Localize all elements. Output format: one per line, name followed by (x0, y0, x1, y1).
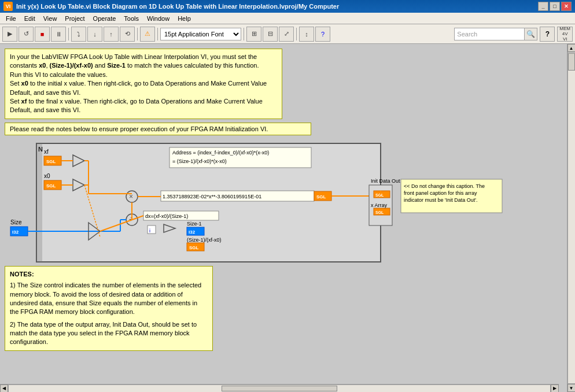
scroll-left-button[interactable]: ◀ (0, 384, 8, 393)
separator-2 (137, 28, 138, 40)
distribute-button[interactable]: ⊟ (263, 27, 278, 42)
maximize-button[interactable]: □ (550, 2, 560, 11)
menu-operate[interactable]: Operate (90, 14, 120, 23)
menu-tools[interactable]: Tools (120, 14, 142, 23)
top-note-box: In your the LabVIEW FPGA Look Up Table w… (5, 49, 282, 119)
run-cont-button[interactable]: ↺ (19, 27, 34, 42)
svg-text:I32: I32 (12, 230, 19, 235)
svg-text:SGL: SGL (189, 245, 199, 250)
resize-button[interactable]: ⤢ (279, 27, 294, 42)
h-scroll-track[interactable] (8, 384, 551, 393)
window-icon: VI (3, 2, 13, 11)
pause-button[interactable]: ⏸ (51, 27, 66, 42)
svg-text:SGL: SGL (46, 183, 56, 188)
canvas-area[interactable]: In your the LabVIEW FPGA Look Up Table w… (0, 44, 567, 392)
svg-text:SGL: SGL (375, 193, 384, 197)
step-over-button[interactable]: ⤵ (71, 27, 86, 42)
window-controls: _ □ ✕ (538, 2, 572, 11)
note-1-text: 1) The Size control indicates the number… (10, 281, 208, 317)
search-input[interactable] (455, 28, 524, 40)
svg-text:SGL: SGL (46, 159, 56, 164)
main-area: In your the LabVIEW FPGA Look Up Table w… (0, 44, 575, 392)
menu-project[interactable]: Project (61, 14, 88, 23)
block-diagram-area: N SGL xf SGL (5, 139, 508, 266)
svg-text:dx=(xf-x0)/(Size-1): dx=(xf-x0)/(Size-1) (145, 213, 188, 219)
warn-button[interactable]: ⚠ (140, 27, 155, 42)
scroll-up-button[interactable]: ▲ (567, 44, 576, 52)
top-note-text: In your the LabVIEW FPGA Look Up Table w… (10, 53, 267, 113)
svg-text:x Array: x Array (371, 202, 388, 208)
horizontal-scrollbar[interactable]: ◀ ▶ (0, 384, 559, 392)
help-button[interactable]: ? (540, 27, 555, 42)
svg-text:SGL: SGL (316, 194, 326, 199)
warning-note-text: Please read the notes below to ensure pr… (10, 125, 268, 132)
svg-text:x0: x0 (44, 173, 50, 179)
separator-3 (157, 28, 158, 40)
separator-4 (244, 28, 244, 40)
font-selector[interactable]: 15pt Application Font (160, 28, 241, 40)
svg-text:Init Data Out: Init Data Out (371, 178, 400, 184)
step-ret-button[interactable]: ⟲ (120, 27, 135, 42)
svg-text:front panel caption for this a: front panel caption for this array (404, 190, 477, 196)
title-bar: VI Init y(x) Look Up Table.vi Block Diag… (0, 0, 575, 13)
notes-title: NOTES: (10, 271, 34, 278)
svg-text:i: i (149, 228, 150, 234)
svg-text:(Size-1)/(xf-x0): (Size-1)/(xf-x0) (187, 237, 222, 243)
abort-button[interactable]: ■ (35, 27, 50, 42)
toolbar: ▶ ↺ ■ ⏸ ⤵ ↓ ↑ ⟲ ⚠ 15pt Application Font … (0, 24, 575, 44)
svg-text:I32: I32 (189, 230, 196, 235)
svg-text:<< Do not change this caption.: << Do not change this caption. The (404, 183, 485, 189)
search-button[interactable]: 🔍 (524, 28, 537, 40)
menu-view[interactable]: View (40, 14, 61, 23)
svg-text:xf: xf (44, 149, 49, 155)
canvas-content: In your the LabVIEW FPGA Look Up Table w… (0, 44, 567, 359)
bottom-notes-box: NOTES: 1) The Size control indicates the… (5, 266, 213, 351)
context-help-button[interactable]: ? (315, 27, 330, 42)
diagram-svg: N SGL xf SGL (5, 139, 508, 266)
separator-5 (296, 28, 297, 40)
run-button[interactable]: ▶ (2, 27, 17, 42)
svg-rect-2 (36, 143, 42, 262)
menu-file[interactable]: File (2, 14, 20, 23)
search-container: 🔍 (454, 28, 537, 40)
svg-text:Size-1: Size-1 (187, 221, 202, 227)
svg-text:Size: Size (10, 219, 22, 225)
separator-1 (68, 28, 69, 40)
h-scroll-thumb[interactable] (222, 386, 337, 391)
menu-window[interactable]: Window (143, 14, 173, 23)
step-into-button[interactable]: ↓ (87, 27, 102, 42)
window-title: Init y(x) Look Up Table.vi Block Diagram… (16, 3, 535, 10)
align-button[interactable]: ⊞ (246, 27, 261, 42)
note-2-text: 2) The data type of the output array, In… (10, 320, 208, 347)
mem-indicator: MEM 4V VI (557, 27, 573, 42)
svg-text:Address = (index_f-index_0)/(x: Address = (index_f-index_0)/(xf-x0)*(x-x… (172, 150, 269, 156)
menu-edit[interactable]: Edit (21, 14, 39, 23)
menu-help[interactable]: Help (174, 14, 194, 23)
close-button[interactable]: ✕ (561, 2, 572, 11)
step-out-button[interactable]: ↑ (104, 27, 119, 42)
scroll-down-button[interactable]: ▼ (567, 384, 576, 392)
svg-text:SGL: SGL (375, 210, 384, 215)
v-scroll-track[interactable] (567, 52, 576, 384)
svg-text:1.3537188923E-02*x**-3.8060195: 1.3537188923E-02*x**-3.8060195915E-01 (163, 194, 261, 199)
menu-bar: File Edit View Project Operate Tools Win… (0, 13, 575, 24)
scroll-right-button[interactable]: ▶ (551, 384, 559, 393)
reorder-button[interactable]: ↕ (299, 27, 314, 42)
minimize-button[interactable]: _ (538, 2, 548, 11)
svg-text:= (Size-1)/(xf-x0)*(x-x0): = (Size-1)/(xf-x0)*(x-x0) (172, 158, 227, 164)
svg-text:indicator must be 'Init Data O: indicator must be 'Init Data Out'. (404, 197, 478, 203)
vertical-scrollbar[interactable]: ▲ ▼ (567, 44, 575, 392)
warning-note-box: Please read the notes below to ensure pr… (5, 123, 311, 135)
v-scroll-thumb[interactable] (568, 53, 575, 71)
